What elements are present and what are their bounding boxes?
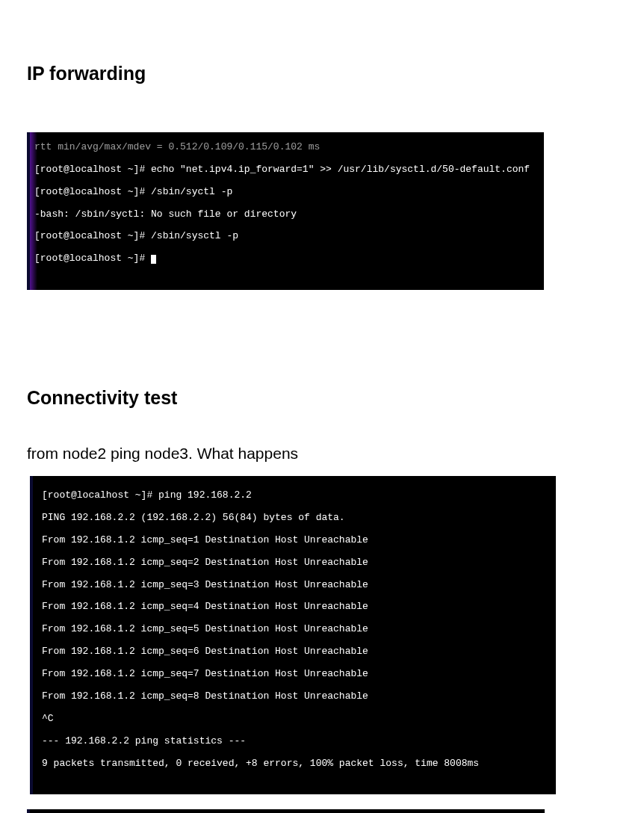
terminal-line: [root@localhost ~]# /sbin/sysctl -p [34, 231, 539, 242]
section-heading-connectivity-test: Connectivity test [27, 387, 617, 409]
terminal-line: From 192.168.1.2 icmp_seq=5 Destination … [42, 624, 551, 635]
terminal-prompt: [root@localhost ~]# [34, 253, 151, 264]
terminal-line: [root@localhost ~]# [34, 253, 539, 265]
terminal-line: [root@localhost ~]# echo "net.ipv4.ip_fo… [34, 164, 539, 176]
terminal-line: From 192.168.1.2 icmp_seq=1 Destination … [42, 535, 551, 546]
terminal-line: PING 192.168.2.2 (192.168.2.2) 56(84) by… [42, 513, 551, 524]
terminal-line: From 192.168.1.2 icmp_seq=6 Destination … [42, 646, 551, 658]
terminal-screenshot-ping-gateway: [root@localhost ~]# [root@localhost ~]# … [27, 809, 545, 813]
terminal-line: From 192.168.1.2 icmp_seq=4 Destination … [42, 602, 551, 613]
terminal-line: [root@localhost ~]# /sbin/syctl -p [34, 187, 539, 198]
terminal-screenshot-ip-forwarding: rtt min/avg/max/mdev = 0.512/0.109/0.115… [27, 132, 544, 290]
terminal-line: From 192.168.1.2 icmp_seq=3 Destination … [42, 580, 551, 591]
paragraph-ping-question: from node2 ping node3. What happens [27, 445, 617, 463]
terminal-screenshot-ping-node3: [root@localhost ~]# ping 192.168.2.2 PIN… [30, 476, 556, 794]
terminal-line: From 192.168.1.2 icmp_seq=7 Destination … [42, 669, 551, 680]
document-page: IP forwarding rtt min/avg/max/mdev = 0.5… [0, 0, 644, 813]
terminal-line: -bash: /sbin/syctl: No such file or dire… [34, 209, 539, 220]
terminal-line: [root@localhost ~]# ping 192.168.2.2 [42, 490, 551, 501]
section-heading-ip-forwarding: IP forwarding [27, 63, 617, 84]
terminal-line: From 192.168.1.2 icmp_seq=8 Destination … [42, 691, 551, 702]
cursor-icon [151, 255, 156, 264]
terminal-line: ^C [42, 714, 551, 725]
terminal-line: --- 192.168.2.2 ping statistics --- [42, 736, 551, 747]
terminal-line: 9 packets transmitted, 0 received, +8 er… [42, 758, 551, 770]
terminal-line: rtt min/avg/max/mdev = 0.512/0.109/0.115… [34, 142, 539, 153]
terminal-line: From 192.168.1.2 icmp_seq=2 Destination … [42, 557, 551, 569]
